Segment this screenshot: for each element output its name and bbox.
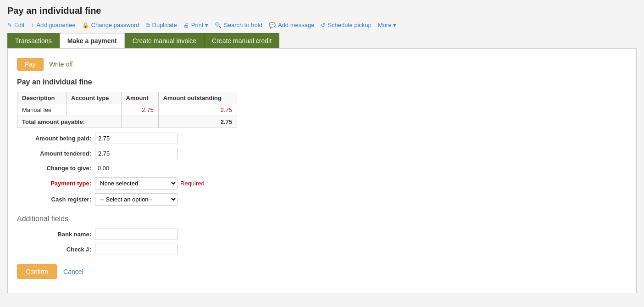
amount-tendered-label: Amount tendered: — [22, 150, 95, 157]
tab-create-credit[interactable]: Create manual credit — [204, 33, 279, 48]
col-account-type: Account type — [67, 92, 122, 104]
payment-type-label: Payment type: — [22, 180, 95, 187]
toolbar-schedule-pickup[interactable]: ↺ Schedule pickup — [321, 22, 371, 28]
additional-fields-title: Additional fields — [17, 215, 627, 223]
tab-make-payment[interactable]: Make a payment — [60, 33, 125, 48]
amount-paid-label: Amount being paid: — [22, 135, 95, 142]
toolbar-change-password[interactable]: 🔒 Change password — [82, 22, 139, 28]
table-row: Manual fee 2.75 2.75 — [17, 104, 237, 116]
bank-name-input[interactable] — [95, 229, 178, 240]
print-icon: 🖨 — [183, 22, 189, 28]
tab-bar: Transactions Make a payment Create manua… — [7, 33, 637, 48]
amount-tendered-row: Amount tendered: — [22, 148, 627, 159]
cash-register-label: Cash register: — [22, 196, 95, 203]
writeoff-button[interactable]: Write off — [47, 58, 75, 71]
check-label: Check #: — [22, 246, 95, 253]
amount-tendered-input[interactable] — [95, 148, 178, 159]
confirm-section: Confirm Cancel — [17, 264, 627, 279]
content-area: Pay Write off Pay an individual fine Des… — [7, 48, 637, 293]
cell-account-type — [67, 104, 122, 116]
col-outstanding: Amount outstanding — [158, 92, 237, 104]
toolbar-search-hold[interactable]: 🔍 Search to hold — [215, 22, 262, 28]
pickup-icon: ↺ — [321, 22, 325, 28]
edit-icon: ✎ — [7, 22, 12, 28]
amount-paid-row: Amount being paid: — [22, 133, 627, 144]
amount-paid-input[interactable] — [95, 133, 178, 144]
total-value: 2.75 — [158, 116, 237, 128]
toolbar-duplicate[interactable]: ⧉ Duplicate — [146, 22, 177, 28]
total-label: Total amount payable: — [17, 116, 122, 128]
toolbar-add-message[interactable]: 💬 Add message — [269, 22, 315, 28]
payment-type-select[interactable]: None selected — [95, 177, 178, 190]
change-label: Change to give: — [22, 165, 95, 172]
toolbar-edit[interactable]: ✎ Edit — [7, 22, 24, 28]
toolbar: ✎ Edit + Add guarantee 🔒 Change password… — [7, 22, 637, 28]
fine-table: Description Account type Amount Amount o… — [17, 92, 237, 128]
plus-icon: + — [31, 22, 34, 28]
tab-transactions[interactable]: Transactions — [7, 33, 60, 48]
payment-form: Amount being paid: Amount tendered: Chan… — [22, 133, 627, 206]
cell-description: Manual fee — [17, 104, 67, 116]
col-amount: Amount — [121, 92, 158, 104]
bank-name-label: Bank name: — [22, 231, 95, 238]
total-row: Total amount payable: 2.75 — [17, 116, 237, 128]
toolbar-add-guarantee[interactable]: + Add guarantee — [31, 22, 75, 28]
message-icon: 💬 — [269, 22, 276, 28]
required-text: Required — [180, 180, 205, 187]
section-title: Pay an individual fine — [17, 78, 627, 86]
toolbar-print[interactable]: 🖨 Print ▾ — [183, 22, 208, 28]
tab-create-invoice[interactable]: Create manual invoice — [125, 33, 204, 48]
bank-name-row: Bank name: — [22, 229, 627, 240]
change-value: 0.00 — [95, 163, 112, 173]
check-row: Check #: — [22, 244, 627, 255]
cell-amount: 2.75 — [121, 104, 158, 116]
payment-type-row: Payment type: None selected Required — [22, 177, 627, 190]
check-input[interactable] — [95, 244, 178, 255]
col-description: Description — [17, 92, 67, 104]
cash-register-row: Cash register: -- Select an option-- — [22, 193, 627, 206]
action-buttons: Pay Write off — [17, 58, 627, 71]
cash-register-select[interactable]: -- Select an option-- — [95, 193, 178, 206]
search-icon: 🔍 — [215, 22, 222, 28]
toolbar-more[interactable]: More ▾ — [378, 22, 396, 28]
pay-button[interactable]: Pay — [17, 58, 44, 71]
page-title: Pay an individual fine — [7, 6, 637, 16]
additional-form: Bank name: Check #: — [22, 229, 627, 255]
confirm-button[interactable]: Confirm — [17, 264, 57, 279]
lock-icon: 🔒 — [82, 22, 89, 28]
change-to-give-row: Change to give: 0.00 — [22, 163, 627, 173]
cell-outstanding: 2.75 — [158, 104, 237, 116]
page-wrapper: Pay an individual fine ✎ Edit + Add guar… — [0, 0, 644, 307]
duplicate-icon: ⧉ — [146, 22, 150, 28]
additional-fields-section: Additional fields Bank name: Check #: — [17, 215, 627, 255]
cancel-button[interactable]: Cancel — [61, 265, 85, 279]
